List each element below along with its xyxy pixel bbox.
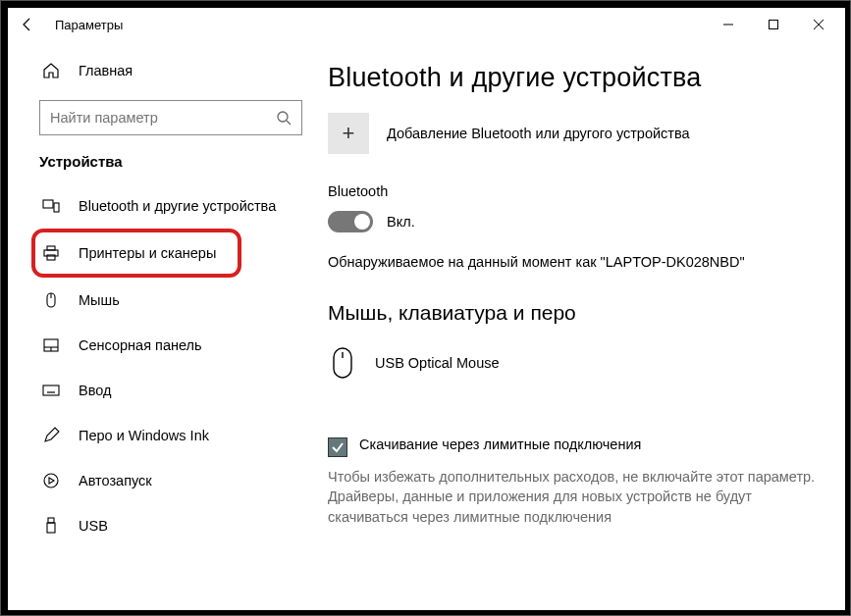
page-title: Bluetooth и другие устройства <box>328 63 827 93</box>
mouse-icon <box>39 291 63 309</box>
device-item[interactable]: USB Optical Mouse <box>328 338 827 387</box>
peripherals-heading: Мышь, клавиатура и перо <box>328 301 827 325</box>
sidebar-item-label: Сенсорная панель <box>79 337 202 353</box>
titlebar: Параметры <box>8 8 845 41</box>
svg-point-4 <box>278 112 288 122</box>
keyboard-icon <box>39 382 63 399</box>
discoverable-text: Обнаруживаемое на данный момент как "LAP… <box>328 254 827 270</box>
metered-hint: Чтобы избежать дополнительных расходов, … <box>328 467 827 527</box>
sidebar-item-touchpad[interactable]: Сенсорная панель <box>39 323 314 368</box>
window-title: Параметры <box>55 18 123 32</box>
metered-checkbox-row[interactable]: Скачивание через лимитные подключения <box>328 436 827 457</box>
add-device-button[interactable]: + Добавление Bluetooth или другого устро… <box>328 113 827 154</box>
devices-icon <box>39 197 63 215</box>
close-button[interactable] <box>796 10 841 39</box>
svg-point-22 <box>44 474 58 488</box>
sidebar-item-autoplay[interactable]: Автозапуск <box>39 458 314 503</box>
sidebar-home-label: Главная <box>79 63 133 78</box>
svg-line-5 <box>287 121 291 125</box>
sidebar-item-bluetooth[interactable]: Bluetooth и другие устройства <box>39 183 314 229</box>
sidebar-item-label: Мышь <box>79 292 120 308</box>
sidebar-item-label: Bluetooth и другие устройства <box>79 198 276 214</box>
back-button[interactable] <box>20 17 47 32</box>
home-icon <box>39 62 63 79</box>
touchpad-icon <box>39 336 63 354</box>
sidebar-item-label: Перо и Windows Ink <box>79 428 209 443</box>
sidebar-item-usb[interactable]: USB <box>39 503 314 548</box>
sidebar-home[interactable]: Главная <box>39 51 314 90</box>
search-box[interactable] <box>39 100 302 135</box>
mouse-device-icon <box>328 343 357 383</box>
search-input[interactable] <box>50 110 276 126</box>
device-name: USB Optical Mouse <box>375 355 500 371</box>
sidebar-item-label: Ввод <box>79 383 111 398</box>
svg-rect-8 <box>47 246 55 250</box>
checkbox-checked-icon <box>328 437 347 457</box>
usb-icon <box>39 517 63 535</box>
bluetooth-heading: Bluetooth <box>328 183 827 199</box>
svg-rect-16 <box>43 385 59 395</box>
minimize-button[interactable] <box>706 10 751 39</box>
main-panel: Bluetooth и другие устройства + Добавлен… <box>320 41 845 610</box>
search-icon <box>276 110 292 126</box>
sidebar-item-pen[interactable]: Перо и Windows Ink <box>39 413 314 458</box>
sidebar-item-label: USB <box>79 518 108 534</box>
sidebar-item-label: Автозапуск <box>79 473 152 488</box>
sidebar: Главная Устройства Bluetooth и другие ус… <box>8 41 320 610</box>
plus-icon: + <box>328 113 369 154</box>
metered-checkbox-label: Скачивание через лимитные подключения <box>359 436 641 452</box>
sidebar-item-mouse[interactable]: Мышь <box>39 278 314 323</box>
svg-rect-24 <box>47 523 55 533</box>
svg-rect-1 <box>770 21 778 29</box>
bluetooth-toggle[interactable] <box>328 211 373 232</box>
svg-rect-23 <box>48 518 54 523</box>
sidebar-section-heading: Устройства <box>39 153 314 170</box>
add-device-label: Добавление Bluetooth или другого устройс… <box>387 126 690 141</box>
sidebar-item-printers[interactable]: Принтеры и сканеры <box>31 229 241 278</box>
autoplay-icon <box>39 472 63 489</box>
pen-icon <box>39 427 63 444</box>
sidebar-item-label: Принтеры и сканеры <box>79 245 216 261</box>
printer-icon <box>39 244 63 262</box>
svg-rect-6 <box>43 200 53 208</box>
bluetooth-toggle-state: Вкл. <box>387 214 415 230</box>
sidebar-item-typing[interactable]: Ввод <box>39 368 314 413</box>
maximize-button[interactable] <box>751 10 796 39</box>
svg-rect-7 <box>54 203 59 212</box>
